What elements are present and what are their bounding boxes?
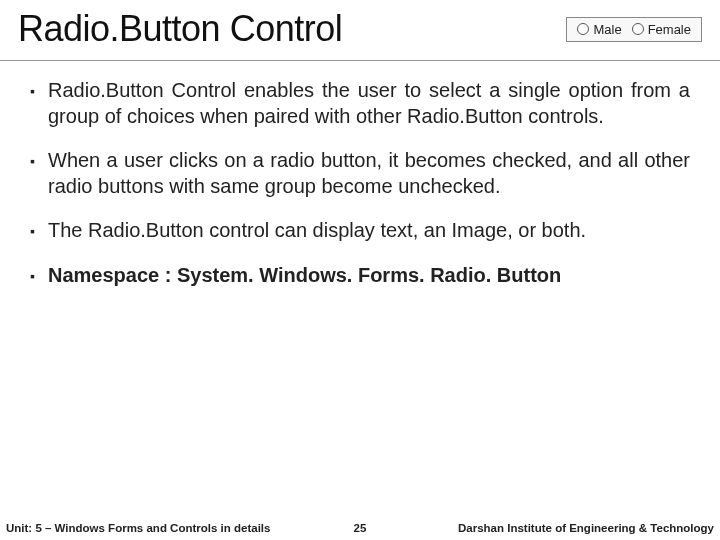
footer-institute: Darshan Institute of Engineering & Techn… — [395, 522, 714, 534]
slide-header: Radio.Button Control Male Female — [0, 0, 720, 61]
bullet-rest: : System. Windows. Forms. Radio. Button — [159, 264, 561, 286]
radio-label: Male — [593, 22, 621, 37]
bullet-item: ▪ Radio.Button Control enables the user … — [30, 77, 690, 129]
bullet-item: ▪ The Radio.Button control can display t… — [30, 217, 690, 244]
footer-unit: Unit: 5 – Windows Forms and Controls in … — [6, 522, 325, 534]
slide-content: ▪ Radio.Button Control enables the user … — [0, 61, 720, 289]
bullet-prefix: Namespace — [48, 264, 159, 286]
radio-circle-icon — [632, 23, 644, 35]
radio-option-female: Female — [632, 22, 691, 37]
radio-circle-icon — [577, 23, 589, 35]
bullet-icon: ▪ — [30, 147, 48, 199]
bullet-text: Namespace : System. Windows. Forms. Radi… — [48, 262, 690, 289]
slide-title: Radio.Button Control — [18, 8, 342, 50]
footer-page-number: 25 — [325, 522, 395, 534]
bullet-text: When a user clicks on a radio button, it… — [48, 147, 690, 199]
bullet-text: Radio.Button Control enables the user to… — [48, 77, 690, 129]
radio-option-male: Male — [577, 22, 621, 37]
bullet-text: The Radio.Button control can display tex… — [48, 217, 690, 244]
bullet-icon: ▪ — [30, 77, 48, 129]
bullet-icon: ▪ — [30, 262, 48, 289]
slide-footer: Unit: 5 – Windows Forms and Controls in … — [0, 516, 720, 540]
bullet-icon: ▪ — [30, 217, 48, 244]
radio-demo-image: Male Female — [566, 17, 702, 42]
bullet-item: ▪ Namespace : System. Windows. Forms. Ra… — [30, 262, 690, 289]
bullet-item: ▪ When a user clicks on a radio button, … — [30, 147, 690, 199]
radio-label: Female — [648, 22, 691, 37]
